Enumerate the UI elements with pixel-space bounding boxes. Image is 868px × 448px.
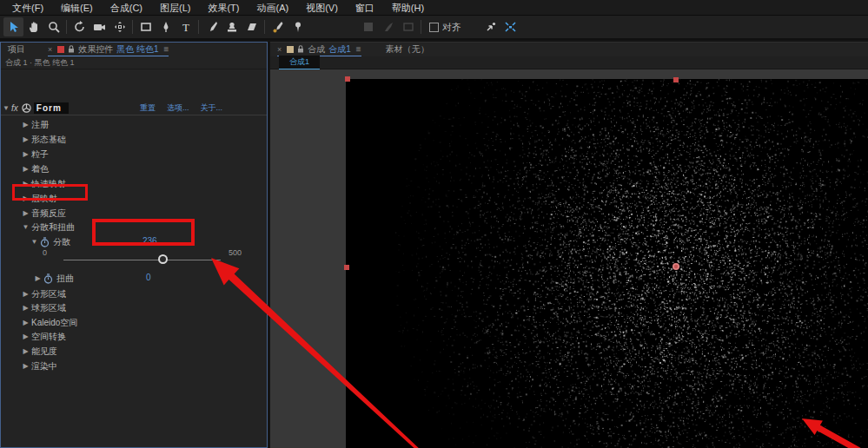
type-tool-icon[interactable]: T — [176, 17, 195, 36]
paragraph-panel-icon — [378, 17, 398, 36]
clone-stamp-tool-icon[interactable] — [222, 17, 242, 36]
puppet-pin-tool-icon[interactable] — [288, 17, 308, 36]
property-disperse[interactable]: ▼ 分散 — [29, 235, 70, 248]
comp-strip-tab[interactable]: 合成1 — [279, 56, 320, 69]
group-visibility[interactable]: ▶ 能见度 — [20, 345, 57, 358]
stopwatch-icon[interactable] — [40, 237, 50, 247]
layer-handle-mid-left[interactable] — [344, 265, 349, 270]
tab-effect-controls[interactable]: × 效果控件 黑色 纯色1 ≡ — [48, 43, 169, 56]
effect-reset-link[interactable]: 重置 — [140, 102, 156, 114]
tab-layer-name: 黑色 纯色1 — [116, 43, 158, 56]
viewer-tab-bar: × 合成 合成1 ≡ 素材（无） — [270, 43, 868, 56]
disperse-slider-track[interactable] — [63, 260, 221, 260]
group-disperse-twist[interactable]: ▼ 分散和扭曲 — [20, 221, 75, 234]
eraser-tool-icon[interactable] — [242, 17, 262, 36]
tab-project[interactable]: 项目 — [8, 43, 25, 56]
layer-handle-top-left[interactable] — [345, 76, 350, 82]
tab-effect-controls-label: 效果控件 — [78, 43, 113, 56]
roto-brush-tool-icon[interactable] — [268, 17, 288, 36]
menu-bar: 文件(F) 编辑(E) 合成(C) 图层(L) 效果(T) 动画(A) 视图(V… — [0, 0, 868, 16]
group-kaleidospace[interactable]: ▶ Kaleido空间 — [20, 316, 77, 329]
menu-animation[interactable]: 动画(A) — [248, 0, 298, 16]
chevron-down-icon[interactable]: ▼ — [29, 238, 40, 246]
group-label: 着色 — [31, 163, 49, 175]
zoom-tool-icon[interactable] — [43, 17, 63, 36]
chevron-down-icon[interactable]: ▼ — [20, 223, 31, 231]
layer-handle-top-center[interactable] — [673, 77, 679, 82]
close-icon[interactable]: × — [277, 45, 282, 54]
chevron-right-icon[interactable]: ▶ — [32, 274, 43, 282]
viewer-content[interactable] — [270, 69, 868, 448]
brush-tool-icon[interactable] — [202, 17, 222, 36]
stopwatch-icon[interactable] — [43, 273, 53, 284]
menu-effect[interactable]: 效果(T) — [199, 0, 248, 16]
chevron-down-icon[interactable]: ▼ — [1, 104, 11, 112]
group-particle[interactable]: ▶ 粒子 — [20, 148, 49, 161]
chevron-right-icon[interactable]: ▶ — [20, 150, 31, 158]
group-spherical-field[interactable]: ▶ 球形区域 — [20, 301, 66, 314]
group-rendering[interactable]: ▶ 渲染中 — [20, 359, 57, 372]
chevron-right-icon[interactable]: ▶ — [20, 347, 31, 355]
chevron-right-icon[interactable]: ▶ — [20, 304, 31, 312]
menu-composition[interactable]: 合成(C) — [102, 0, 151, 16]
chevron-right-icon[interactable]: ▶ — [20, 362, 31, 370]
chevron-right-icon[interactable]: ▶ — [20, 319, 31, 326]
twist-value[interactable]: 0 — [146, 273, 151, 282]
effect-about-link[interactable]: 关于... — [201, 102, 223, 114]
annotation-rect-disperse-twist-group — [12, 184, 88, 201]
menu-help[interactable]: 帮助(H) — [383, 0, 433, 16]
group-world-transform[interactable]: ▶ 空间转换 — [20, 330, 66, 343]
layer-color-chip — [57, 46, 64, 53]
property-label: 扭曲 — [56, 273, 74, 285]
chevron-right-icon[interactable]: ▶ — [20, 209, 31, 217]
align-checkbox[interactable] — [429, 23, 439, 32]
chevron-right-icon[interactable]: ▶ — [20, 290, 31, 298]
composition-frame[interactable] — [346, 79, 868, 448]
effect-name[interactable]: Form — [34, 102, 69, 114]
effect-header-row[interactable]: ▼ fx Form 重置 选项... 关于... — [1, 101, 267, 115]
rotation-tool-icon[interactable] — [70, 17, 89, 36]
lock-icon[interactable] — [297, 45, 304, 53]
disperse-slider-handle[interactable] — [158, 254, 168, 264]
group-label: 球形区域 — [31, 302, 66, 314]
hand-tool-icon[interactable] — [23, 17, 43, 36]
menu-window[interactable]: 窗口 — [347, 0, 383, 16]
chevron-right-icon[interactable]: ▶ — [20, 333, 31, 340]
group-label: 空间转换 — [31, 331, 66, 343]
menu-view[interactable]: 视图(V) — [297, 0, 347, 16]
tab-composition[interactable]: × 合成 合成1 ≡ — [277, 43, 361, 56]
rectangle-tool-icon[interactable] — [136, 17, 156, 36]
group-register[interactable]: ▶ 注册 — [20, 118, 49, 131]
tab-footage[interactable]: 素材（无） — [386, 43, 429, 56]
menu-edit[interactable]: 编辑(E) — [52, 0, 102, 16]
menu-file[interactable]: 文件(F) — [3, 0, 52, 16]
pan-behind-tool-icon[interactable] — [109, 17, 129, 36]
align-toggle[interactable]: 对齐 — [429, 21, 461, 34]
group-shading[interactable]: ▶ 着色 — [20, 162, 49, 175]
menu-layer[interactable]: 图层(L) — [151, 0, 199, 16]
panel-menu-icon[interactable]: ≡ — [356, 44, 361, 54]
composition-canvas[interactable] — [346, 79, 868, 448]
lock-icon[interactable] — [68, 45, 75, 53]
effect-properties: ▼ fx Form 重置 选项... 关于... ▶ 注册 ▶ 形态基础 — [1, 69, 267, 434]
pen-tool-icon[interactable] — [156, 17, 176, 36]
chevron-right-icon[interactable]: ▶ — [20, 165, 31, 173]
toolbar-separator — [421, 20, 421, 34]
group-base-form[interactable]: ▶ 形态基础 — [20, 133, 66, 146]
effect-options-link[interactable]: 选项... — [167, 102, 189, 114]
shortcut-editor-icon[interactable] — [480, 17, 500, 36]
toolbar: T 对齐 — [0, 16, 868, 40]
trapcode-logo-icon — [22, 103, 31, 113]
selection-tool-icon[interactable] — [3, 17, 23, 36]
property-twist[interactable]: ▶ 扭曲 — [32, 272, 74, 285]
group-fractal-field[interactable]: ▶ 分形区域 — [20, 287, 66, 300]
chevron-right-icon[interactable]: ▶ — [20, 135, 31, 143]
motion-blur-icon[interactable] — [500, 17, 520, 36]
slider-min-label: 0 — [43, 248, 47, 257]
group-audio-react[interactable]: ▶ 音频反应 — [20, 207, 66, 220]
camera-tool-icon[interactable] — [89, 17, 109, 36]
group-label: 形态基础 — [31, 134, 66, 146]
panel-menu-icon[interactable]: ≡ — [164, 44, 169, 54]
close-icon[interactable]: × — [48, 45, 52, 54]
chevron-right-icon[interactable]: ▶ — [20, 121, 31, 128]
